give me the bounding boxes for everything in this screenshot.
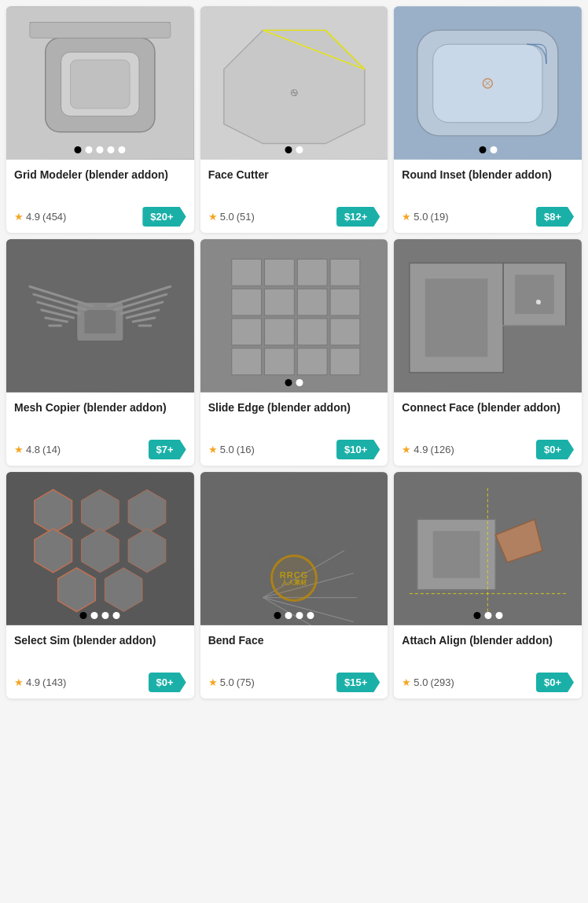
product-rating-8: ★ 5.0 (75) [208, 676, 255, 688]
carousel-dot-1[interactable] [479, 146, 486, 153]
svg-rect-3 [71, 60, 130, 109]
carousel-dots [285, 379, 303, 386]
carousel-dot-4[interactable] [307, 612, 314, 619]
price-button-4[interactable]: $7+ [149, 440, 186, 459]
rating-value-1: 4.9 [26, 211, 40, 223]
rating-count-8: (75) [237, 676, 255, 688]
svg-rect-50 [231, 348, 261, 375]
product-image-9 [394, 472, 582, 625]
carousel-dots [75, 146, 126, 153]
product-image-1 [6, 6, 194, 160]
svg-rect-51 [264, 348, 294, 375]
rating-value-4: 4.8 [26, 444, 40, 455]
svg-rect-49 [330, 319, 360, 345]
card-body-2: Face Cutter ★ 5.0 (51) $12+ [200, 160, 388, 233]
carousel-dot-1[interactable] [473, 612, 480, 619]
carousel-dot-3[interactable] [102, 612, 109, 619]
carousel-dots [80, 612, 120, 619]
rating-count-7: (143) [42, 676, 66, 688]
carousel-dot-3[interactable] [296, 612, 303, 619]
product-title-8: Bend Face [208, 633, 380, 665]
svg-rect-40 [297, 259, 327, 286]
star-icon-4: ★ [14, 444, 24, 455]
product-title-5: Slide Edge (blender addon) [208, 400, 380, 432]
product-grid: Grid Modeler (blender addon) ★ 4.9 (454)… [0, 0, 588, 705]
product-title-4: Mesh Copier (blender addon) [14, 400, 186, 432]
product-card-4[interactable]: Mesh Copier (blender addon) ★ 4.8 (14) $… [6, 239, 194, 466]
card-footer-1: ★ 4.9 (454) $20+ [14, 207, 186, 227]
carousel-dot-4[interactable] [108, 146, 115, 153]
card-footer-7: ★ 4.9 (143) $0+ [14, 673, 186, 692]
product-card-8[interactable]: RRCG 人人素材 Bend Face ★ 5.0 (75) $15+ [200, 472, 388, 698]
product-rating-2: ★ 5.0 (51) [208, 211, 255, 223]
rating-count-9: (293) [430, 676, 454, 688]
carousel-dot-2[interactable] [91, 612, 98, 619]
product-image-4 [6, 239, 194, 393]
price-button-1[interactable]: $20+ [142, 207, 186, 227]
product-rating-1: ★ 4.9 (454) [14, 211, 66, 223]
rating-count-4: (14) [42, 444, 61, 455]
product-title-6: Connect Face (blender addon) [402, 400, 574, 432]
price-button-6[interactable]: $0+ [536, 440, 574, 459]
product-rating-9: ★ 5.0 (293) [402, 676, 454, 688]
star-icon-1: ★ [14, 211, 24, 223]
rating-count-5: (16) [237, 444, 255, 455]
svg-rect-53 [330, 348, 360, 375]
carousel-dot-1[interactable] [285, 379, 292, 386]
carousel-dot-2[interactable] [296, 146, 303, 153]
svg-rect-42 [231, 289, 261, 315]
card-body-1: Grid Modeler (blender addon) ★ 4.9 (454)… [6, 160, 194, 233]
carousel-dot-2[interactable] [86, 146, 93, 153]
rating-value-3: 5.0 [413, 211, 428, 223]
rating-value-6: 4.9 [413, 444, 428, 455]
product-image-8: RRCG 人人素材 [200, 472, 388, 625]
rating-value-9: 5.0 [413, 676, 428, 688]
product-title-3: Round Inset (blender addon) [402, 168, 574, 199]
price-button-3[interactable]: $8+ [536, 207, 574, 227]
carousel-dot-2[interactable] [285, 612, 292, 619]
price-button-7[interactable]: $0+ [149, 673, 186, 692]
svg-rect-48 [297, 319, 327, 345]
carousel-dot-4[interactable] [113, 612, 120, 619]
product-card-2[interactable]: Face Cutter ★ 5.0 (51) $12+ [200, 6, 388, 233]
price-button-5[interactable]: $10+ [336, 440, 380, 459]
carousel-dot-3[interactable] [495, 612, 502, 619]
product-card-1[interactable]: Grid Modeler (blender addon) ★ 4.9 (454)… [6, 6, 194, 233]
rating-count-6: (126) [430, 444, 454, 455]
carousel-dot-2[interactable] [490, 146, 497, 153]
carousel-dots [285, 146, 303, 153]
carousel-dots [274, 612, 314, 619]
card-body-3: Round Inset (blender addon) ★ 5.0 (19) $… [394, 160, 582, 233]
price-button-2[interactable]: $12+ [336, 207, 380, 227]
carousel-dot-1[interactable] [75, 146, 82, 153]
price-button-9[interactable]: $0+ [536, 673, 574, 692]
product-card-5[interactable]: Slide Edge (blender addon) ★ 5.0 (16) $1… [200, 239, 388, 466]
star-icon-2: ★ [208, 211, 218, 223]
carousel-dot-2[interactable] [484, 612, 491, 619]
card-footer-6: ★ 4.9 (126) $0+ [402, 440, 574, 459]
product-rating-6: ★ 4.9 (126) [402, 444, 454, 455]
product-title-7: Select Sim (blender addon) [14, 633, 186, 665]
carousel-dot-1[interactable] [80, 612, 87, 619]
product-card-3[interactable]: Round Inset (blender addon) ★ 5.0 (19) $… [394, 6, 582, 233]
rating-count-2: (51) [237, 211, 255, 223]
price-button-8[interactable]: $15+ [336, 673, 380, 692]
product-card-9[interactable]: Attach Align (blender addon) ★ 5.0 (293)… [394, 472, 582, 698]
svg-rect-52 [297, 348, 327, 375]
product-card-6[interactable]: Connect Face (blender addon) ★ 4.9 (126)… [394, 239, 582, 466]
star-icon-5: ★ [208, 444, 218, 455]
star-icon-3: ★ [402, 211, 411, 223]
carousel-dot-1[interactable] [285, 146, 292, 153]
carousel-dot-1[interactable] [274, 612, 281, 619]
star-icon-6: ★ [402, 444, 411, 455]
rating-count-3: (19) [430, 211, 448, 223]
product-image-2 [200, 6, 388, 160]
carousel-dots [473, 612, 502, 619]
svg-rect-7 [30, 22, 171, 38]
rating-value-2: 5.0 [220, 211, 234, 223]
carousel-dot-3[interactable] [97, 146, 104, 153]
carousel-dot-2[interactable] [296, 379, 303, 386]
product-card-7[interactable]: Select Sim (blender addon) ★ 4.9 (143) $… [6, 472, 194, 698]
carousel-dot-5[interactable] [119, 146, 126, 153]
svg-rect-80 [433, 531, 480, 578]
